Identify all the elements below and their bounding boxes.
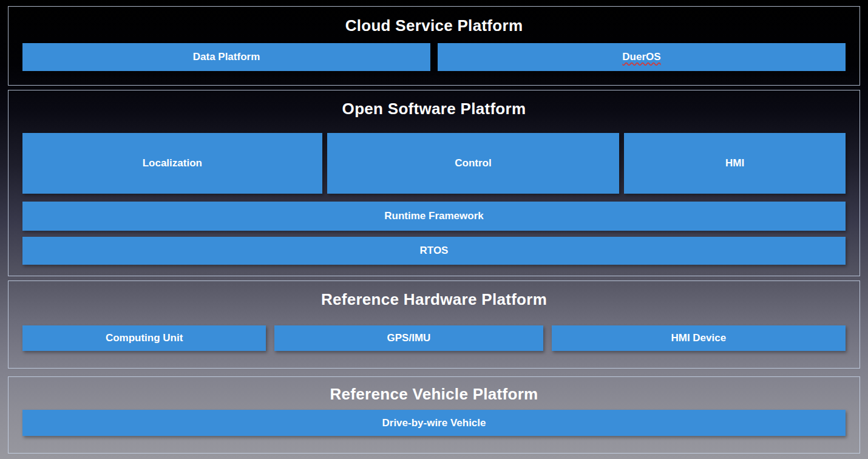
block-gps-imu: GPS/IMU: [274, 325, 543, 351]
section-title-cloud-service-platform: Cloud Service Platform: [8, 7, 860, 35]
section-title-reference-vehicle-platform: Reference Vehicle Platform: [8, 377, 860, 401]
block-drive-by-wire-vehicle-label: Drive-by-wire Vehicle: [382, 417, 486, 429]
block-control: Control: [327, 133, 620, 194]
block-data-platform-label: Data Platform: [193, 51, 260, 63]
block-rtos: RTOS: [22, 237, 846, 265]
block-hmi-device: HMI Device: [552, 325, 846, 351]
section-title-reference-hardware-platform: Reference Hardware Platform: [8, 281, 860, 308]
architecture-diagram: Cloud Service Platform Data Platform Due…: [0, 0, 868, 459]
block-gps-imu-label: GPS/IMU: [387, 332, 431, 344]
block-computing-unit: Computing Unit: [22, 325, 266, 351]
block-hmi-label: HMI: [725, 157, 744, 169]
section-reference-vehicle-platform: Reference Vehicle Platform Drive-by-wire…: [8, 376, 860, 454]
block-computing-unit-label: Computing Unit: [106, 332, 183, 344]
block-runtime-framework: Runtime Framework: [22, 202, 846, 231]
block-localization: Localization: [22, 133, 322, 194]
software-blocks-row: Localization Control HMI: [8, 133, 860, 194]
section-reference-hardware-platform: Reference Hardware Platform Computing Un…: [8, 280, 860, 369]
section-open-software-platform: Open Software Platform Localization Cont…: [8, 90, 860, 276]
block-localization-label: Localization: [143, 157, 202, 169]
block-drive-by-wire-vehicle: Drive-by-wire Vehicle: [22, 410, 846, 436]
cloud-blocks-row: Data Platform DuerOS: [8, 43, 860, 71]
section-title-open-software-platform: Open Software Platform: [8, 90, 860, 118]
section-cloud-service-platform: Cloud Service Platform Data Platform Due…: [8, 6, 860, 86]
block-runtime-framework-label: Runtime Framework: [384, 210, 483, 222]
hardware-blocks-row: Computing Unit GPS/IMU HMI Device: [8, 325, 860, 351]
block-dueros-label: DuerOS: [622, 51, 660, 63]
block-hmi-device-label: HMI Device: [671, 332, 726, 344]
block-dueros: DuerOS: [438, 43, 846, 71]
block-hmi: HMI: [624, 133, 846, 194]
block-data-platform: Data Platform: [22, 43, 430, 71]
block-control-label: Control: [455, 157, 491, 169]
block-rtos-label: RTOS: [420, 245, 449, 257]
